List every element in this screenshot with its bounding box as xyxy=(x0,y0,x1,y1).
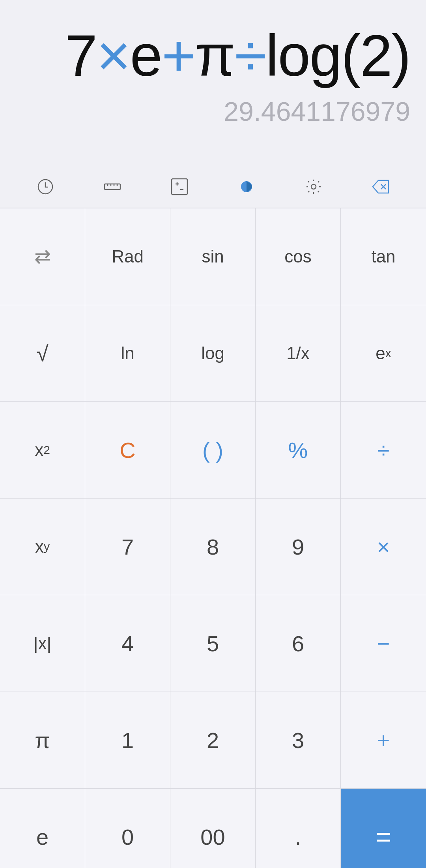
eight-key[interactable]: 8 xyxy=(170,499,256,595)
reciprocal-key[interactable]: 1/x xyxy=(256,305,341,402)
nine-key[interactable]: 9 xyxy=(256,499,341,595)
log-key[interactable]: log xyxy=(170,305,256,402)
expr-log: log(2) xyxy=(266,23,410,88)
four-key[interactable]: 4 xyxy=(85,595,170,692)
multiply-key[interactable]: × xyxy=(341,499,426,595)
svg-rect-1 xyxy=(105,184,120,189)
expr-pi: π xyxy=(195,23,234,88)
expr-7: 7 xyxy=(65,23,97,88)
double-zero-key[interactable]: 00 xyxy=(170,789,256,868)
rad-key[interactable]: Rad xyxy=(85,208,170,305)
result-display: 29.4641176979 xyxy=(16,96,410,127)
decimal-key[interactable]: . xyxy=(256,789,341,868)
expr-plus: + xyxy=(162,23,195,88)
three-key[interactable]: 3 xyxy=(256,692,341,789)
six-key[interactable]: 6 xyxy=(256,595,341,692)
divide-key[interactable]: ÷ xyxy=(341,402,426,499)
display-area: 7×e+π÷log(2) 29.4641176979 xyxy=(0,0,426,166)
history-button[interactable] xyxy=(32,173,59,201)
settings-button[interactable] xyxy=(300,173,327,201)
power-key[interactable]: xy xyxy=(0,499,85,595)
ln-key[interactable]: ln xyxy=(85,305,170,402)
expression: 7×e+π÷log(2) xyxy=(16,24,410,88)
pi-key[interactable]: π xyxy=(0,692,85,789)
one-key[interactable]: 1 xyxy=(85,692,170,789)
svg-rect-6 xyxy=(172,179,187,195)
expr-divide: ÷ xyxy=(234,23,265,88)
add-key[interactable]: + xyxy=(341,692,426,789)
sin-key[interactable]: sin xyxy=(170,208,256,305)
parentheses-key[interactable]: ( ) xyxy=(170,402,256,499)
backspace-button[interactable] xyxy=(367,173,394,201)
subtract-key[interactable]: − xyxy=(341,595,426,692)
percent-key[interactable]: % xyxy=(256,402,341,499)
sqrt-key[interactable]: √ xyxy=(0,305,85,402)
svg-point-11 xyxy=(311,184,316,189)
abs-key[interactable]: |x| xyxy=(0,595,85,692)
expr-times: × xyxy=(97,23,130,88)
shift-key[interactable]: ⇄ xyxy=(0,208,85,305)
square-key[interactable]: x2 xyxy=(0,402,85,499)
cos-key[interactable]: cos xyxy=(256,208,341,305)
plusminus-button[interactable] xyxy=(166,173,193,201)
keyboard: ⇄ Rad sin cos tan √ ln log 1/x ex x2 C (… xyxy=(0,208,426,868)
zero-key[interactable]: 0 xyxy=(85,789,170,868)
two-key[interactable]: 2 xyxy=(170,692,256,789)
ruler-button[interactable] xyxy=(99,173,126,201)
tan-key[interactable]: tan xyxy=(341,208,426,305)
theme-button[interactable] xyxy=(233,173,260,201)
toolbar xyxy=(0,166,426,208)
clear-key[interactable]: C xyxy=(85,402,170,499)
five-key[interactable]: 5 xyxy=(170,595,256,692)
exp-key[interactable]: ex xyxy=(341,305,426,402)
euler-key[interactable]: e xyxy=(0,789,85,868)
expr-e: e xyxy=(130,23,162,88)
seven-key[interactable]: 7 xyxy=(85,499,170,595)
equals-key[interactable]: = xyxy=(341,789,426,868)
